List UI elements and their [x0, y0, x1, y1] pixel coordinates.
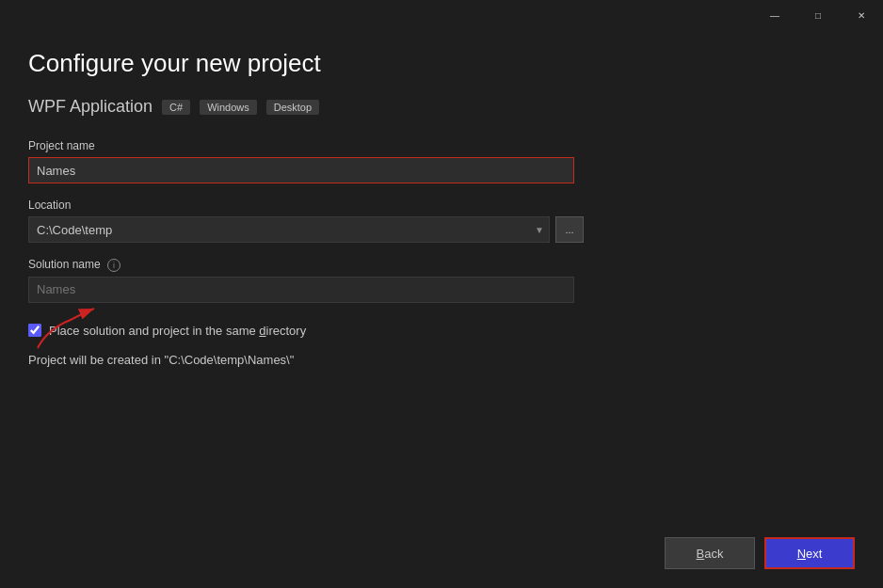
minimize-button[interactable]: —: [753, 0, 796, 30]
minimize-icon: —: [770, 10, 779, 21]
tag-windows: Windows: [200, 100, 257, 115]
app-type-label: WPF Application: [28, 97, 153, 117]
same-directory-checkbox[interactable]: [28, 324, 41, 337]
project-name-label: Project name: [28, 139, 855, 152]
project-name-section: Project name: [28, 139, 855, 183]
next-label: Next: [797, 547, 823, 561]
main-content: Configure your new project WPF Applicati…: [0, 30, 883, 524]
app-type-row: WPF Application C# Windows Desktop: [28, 97, 855, 117]
info-icon: i: [107, 259, 120, 272]
project-name-input[interactable]: [28, 157, 574, 183]
solution-name-section: Solution name i: [28, 258, 855, 303]
next-button[interactable]: Next: [764, 537, 855, 569]
location-section: Location C:\Code\temp ▼ ...: [28, 199, 855, 243]
maximize-icon: □: [815, 10, 821, 21]
browse-icon: ...: [565, 224, 573, 235]
creation-path: Project will be created in "C:\Code\temp…: [28, 353, 855, 367]
location-select[interactable]: C:\Code\temp: [28, 216, 550, 243]
location-row: C:\Code\temp ▼ ...: [28, 216, 855, 243]
tag-csharp: C#: [162, 100, 190, 115]
configure-project-window: — □ ✕ Configure your new project WPF App…: [0, 0, 883, 588]
back-label: Back: [697, 547, 724, 561]
close-icon: ✕: [858, 10, 865, 21]
solution-name-label: Solution name i: [28, 258, 855, 272]
maximize-button[interactable]: □: [796, 0, 840, 30]
back-button[interactable]: Back: [665, 537, 755, 569]
title-bar-controls: — □ ✕: [753, 0, 883, 30]
tag-desktop: Desktop: [266, 100, 319, 115]
browse-button[interactable]: ...: [555, 216, 584, 243]
page-title: Configure your new project: [28, 49, 855, 78]
same-directory-label: Place solution and project in the same d…: [49, 324, 306, 338]
checkbox-row: Place solution and project in the same d…: [28, 324, 855, 338]
close-button[interactable]: ✕: [840, 0, 883, 30]
location-select-wrapper: C:\Code\temp ▼: [28, 216, 550, 243]
solution-name-input[interactable]: [28, 277, 574, 303]
footer: Back Next: [0, 524, 883, 588]
title-bar: — □ ✕: [0, 0, 883, 30]
location-label: Location: [28, 199, 855, 212]
